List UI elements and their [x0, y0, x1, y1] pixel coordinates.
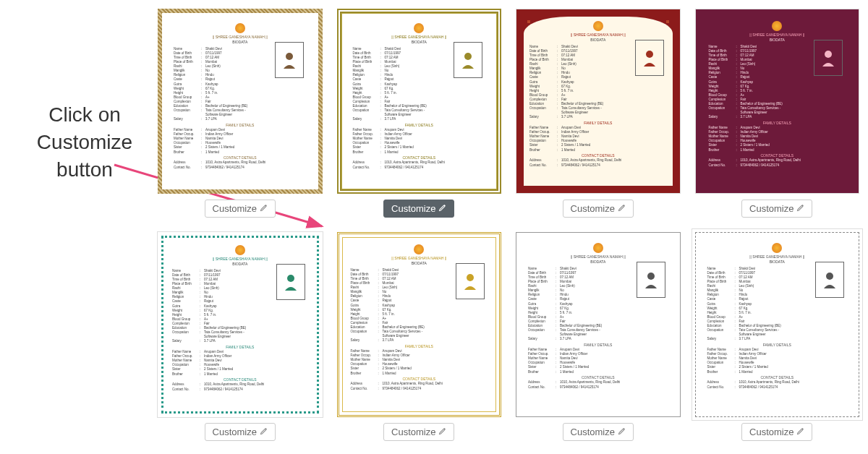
contact-details: Address:1010, Astra Apartments, Ring Roa…	[353, 160, 486, 169]
section-contact-heading: CONTACT DETAILS	[353, 155, 486, 160]
contact-details: Address:1010, Astra Apartments, Ring Roa…	[528, 380, 668, 389]
section-family-heading: FAMILY DETAILS	[353, 123, 486, 127]
edit-icon	[796, 427, 804, 437]
ganesha-icon	[235, 245, 245, 255]
contact-details: Address:1010, Astra Apartments, Ring Roa…	[172, 382, 308, 391]
ganesha-icon	[414, 244, 424, 254]
customize-button[interactable]: Customize	[205, 423, 276, 441]
svg-point-5	[287, 275, 294, 282]
section-family-heading: FAMILY DETAILS	[709, 121, 846, 125]
contact-details: Address:1010, Astra Apartments, Ring Roa…	[174, 160, 307, 169]
section-family-heading: FAMILY DETAILS	[174, 123, 307, 127]
template-card: || SHREE GANESHAYA NAMAH || BIODATA Name…	[158, 9, 323, 218]
template-card: || SHREE GANESHAYA NAMAH || BIODATA Name…	[516, 232, 681, 441]
customize-button[interactable]: Customize	[741, 423, 812, 441]
contact-details: Address:1010, Astra Apartments, Ring Roa…	[707, 380, 848, 389]
template-card: || SHREE GANESHAYA NAMAH || BIODATA Name…	[695, 9, 860, 218]
svg-point-1	[286, 53, 293, 60]
family-details: Father Name:Anupam DeviFather Occup.:Ind…	[172, 350, 308, 376]
instruction-text: Click on Customize button	[23, 101, 146, 183]
section-contact-heading: CONTACT DETAILS	[707, 375, 848, 380]
edit-icon	[438, 203, 446, 214]
customize-button[interactable]: Customize	[563, 200, 634, 218]
contact-details: Address:1010, Astra Apartments, Ring Roa…	[529, 158, 667, 167]
biodata-template[interactable]: || SHREE GANESHAYA NAMAH || BIODATA Name…	[695, 232, 860, 417]
section-contact-heading: CONTACT DETAILS	[174, 155, 307, 160]
photo-placeholder	[454, 42, 482, 78]
customize-button[interactable]: Customize	[383, 423, 454, 441]
customize-label: Customize	[571, 203, 615, 214]
section-family-heading: FAMILY DETAILS	[528, 343, 668, 347]
customize-label: Customize	[749, 427, 793, 437]
ganesha-icon	[772, 21, 782, 31]
section-contact-heading: CONTACT DETAILS	[172, 377, 308, 382]
customize-label: Customize	[213, 203, 257, 214]
photo-placeholder	[275, 42, 304, 78]
family-details: Father Name:Anupam DeviFather Occup.:Ind…	[528, 348, 668, 374]
photo-placeholder	[635, 40, 664, 76]
section-family-heading: FAMILY DETAILS	[529, 121, 667, 125]
template-card: || SHREE GANESHAYA NAMAH || BIODATA Name…	[158, 232, 323, 441]
ganesha-icon	[593, 243, 603, 253]
photo-placeholder	[637, 262, 665, 298]
customize-button[interactable]: Customize	[741, 200, 812, 218]
edit-icon	[796, 203, 804, 214]
biodata-template[interactable]: || SHREE GANESHAYA NAMAH || BIODATA Name…	[158, 232, 323, 417]
ganesha-icon	[772, 243, 782, 253]
edit-icon	[438, 427, 446, 437]
section-contact-heading: CONTACT DETAILS	[709, 153, 846, 158]
family-details: Father Name:Anupam DeviFather Occup.:Ind…	[707, 348, 848, 374]
svg-point-2	[464, 53, 472, 60]
photo-placeholder	[456, 263, 485, 299]
edit-icon	[618, 427, 626, 437]
customize-button[interactable]: Customize	[205, 200, 276, 218]
biodata-template[interactable]: || SHREE GANESHAYA NAMAH || BIODATA Name…	[337, 232, 502, 417]
template-card: || SHREE GANESHAYA NAMAH || BIODATA Name…	[516, 9, 681, 218]
svg-point-7	[647, 273, 655, 280]
family-details: Father Name:Anupam DeviFather Occup.:Ind…	[351, 349, 488, 375]
template-card: || SHREE GANESHAYA NAMAH || BIODATA Name…	[695, 232, 860, 441]
ganesha-icon	[235, 23, 245, 33]
customize-label: Customize	[391, 203, 435, 214]
customize-label: Customize	[749, 203, 793, 214]
ganesha-icon	[593, 21, 603, 31]
photo-placeholder	[814, 40, 843, 76]
svg-point-8	[826, 273, 833, 280]
template-card: || SHREE GANESHAYA NAMAH || BIODATA Name…	[337, 232, 502, 441]
contact-details: Address:1010, Astra Apartments, Ring Roa…	[709, 158, 846, 167]
customize-button[interactable]: Customize	[563, 423, 634, 441]
family-details: Father Name:Anupam DeviFather Occup.:Ind…	[174, 128, 307, 154]
customize-label: Customize	[213, 427, 257, 437]
biodata-template[interactable]: || SHREE GANESHAYA NAMAH || BIODATA Name…	[158, 9, 323, 194]
section-family-heading: FAMILY DETAILS	[707, 343, 848, 347]
biodata-template[interactable]: || SHREE GANESHAYA NAMAH || BIODATA Name…	[695, 9, 860, 194]
customize-button[interactable]: Customize	[383, 200, 454, 218]
svg-point-4	[825, 51, 832, 58]
family-details: Father Name:Anupam DeviFather Occup.:Ind…	[353, 128, 486, 154]
contact-details: Address:1010, Astra Apartments, Ring Roa…	[351, 382, 488, 390]
ganesha-icon	[414, 23, 424, 33]
edit-icon	[618, 203, 626, 214]
edit-icon	[260, 203, 268, 214]
biodata-template[interactable]: || SHREE GANESHAYA NAMAH || BIODATA Name…	[516, 232, 681, 417]
biodata-template[interactable]: || SHREE GANESHAYA NAMAH || BIODATA Name…	[337, 9, 502, 194]
template-card: || SHREE GANESHAYA NAMAH || BIODATA Name…	[337, 9, 502, 218]
section-contact-heading: CONTACT DETAILS	[529, 153, 667, 158]
section-family-heading: FAMILY DETAILS	[351, 344, 488, 348]
photo-placeholder	[276, 264, 305, 300]
family-details: Father Name:Anupam DeviFather Occup.:Ind…	[709, 126, 846, 152]
section-family-heading: FAMILY DETAILS	[172, 345, 308, 349]
svg-point-3	[646, 51, 653, 58]
customize-label: Customize	[391, 427, 435, 437]
biodata-template[interactable]: || SHREE GANESHAYA NAMAH || BIODATA Name…	[516, 9, 681, 194]
customize-label: Customize	[571, 427, 615, 437]
edit-icon	[260, 427, 268, 437]
svg-point-6	[467, 274, 474, 281]
photo-placeholder	[815, 262, 844, 298]
family-details: Father Name:Anupam DeviFather Occup.:Ind…	[529, 126, 667, 152]
section-contact-heading: CONTACT DETAILS	[528, 375, 668, 380]
section-contact-heading: CONTACT DETAILS	[351, 377, 488, 381]
